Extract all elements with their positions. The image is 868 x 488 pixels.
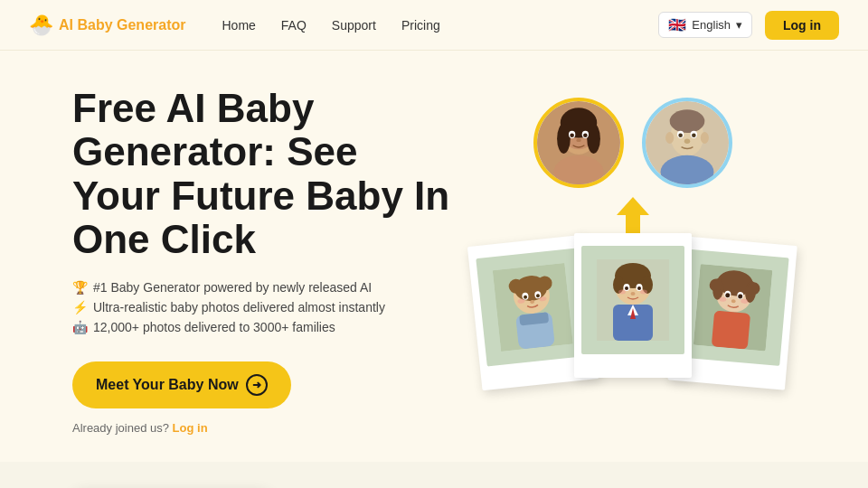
- cta-button[interactable]: Meet Your Baby Now ➜: [72, 361, 291, 408]
- svg-point-46: [637, 286, 641, 290]
- feature-1-text: #1 Baby Generator powered by newly relea…: [93, 280, 372, 295]
- section2: 🐣 AI Baby Generator: [0, 462, 868, 488]
- svg-point-19: [678, 134, 683, 138]
- navbar: 🐣 AI Baby Generator Home FAQ Support Pri…: [0, 0, 868, 51]
- logo-text: AI Baby Generator: [59, 17, 185, 33]
- svg-point-20: [692, 134, 696, 138]
- svg-point-9: [583, 134, 588, 138]
- baby-photo-2: [574, 233, 692, 378]
- svg-point-48: [618, 290, 626, 295]
- login-button[interactable]: Log in: [765, 11, 839, 40]
- svg-point-10: [576, 139, 581, 143]
- nav-right: 🇬🇧 English ▾ Log in: [658, 11, 839, 40]
- nav-links: Home FAQ Support Pricing: [222, 17, 658, 33]
- nav-support[interactable]: Support: [332, 18, 376, 33]
- lightning-icon: ⚡: [72, 300, 88, 314]
- nav-home[interactable]: Home: [222, 18, 255, 33]
- trophy-icon: 🏆: [72, 280, 88, 295]
- mom-photo: [533, 98, 624, 188]
- svg-point-49: [640, 290, 647, 295]
- svg-point-4: [557, 124, 571, 154]
- hero-title: Free AI Baby Generator: See Your Future …: [72, 87, 452, 262]
- lang-label: English: [692, 18, 731, 32]
- feature-2: ⚡ Ultra-realistic baby photos delivered …: [72, 300, 452, 314]
- cta-label: Meet Your Baby Now: [96, 377, 239, 393]
- svg-point-8: [570, 134, 574, 138]
- svg-point-47: [631, 292, 636, 296]
- chevron-down-icon: ▾: [736, 18, 742, 32]
- svg-point-16: [701, 132, 709, 144]
- flag-icon: 🇬🇧: [668, 16, 686, 33]
- nav-pricing[interactable]: Pricing: [401, 18, 440, 33]
- hero-illustration: [452, 98, 814, 423]
- already-joined-text: Already joined us? Log in: [72, 421, 452, 435]
- nav-logo[interactable]: 🐣 AI Baby Generator: [29, 14, 185, 37]
- svg-point-14: [670, 109, 705, 133]
- dad-photo: [642, 98, 732, 188]
- nav-faq[interactable]: FAQ: [281, 18, 307, 33]
- baby-photos: [457, 242, 809, 387]
- hero-features: 🏆 #1 Baby Generator powered by newly rel…: [72, 280, 452, 334]
- feature-3: 🤖 12,000+ photos delivered to 3000+ fami…: [72, 320, 452, 334]
- hero-section: Free AI Baby Generator: See Your Future …: [0, 51, 868, 462]
- baby-image-2: [581, 246, 684, 354]
- parent-photos: [533, 98, 732, 188]
- feature-2-text: Ultra-realistic baby photos delivered al…: [93, 300, 385, 314]
- svg-point-21: [684, 139, 690, 145]
- baby-image-1: [476, 249, 590, 367]
- svg-point-5: [587, 124, 600, 154]
- hero-content: Free AI Baby Generator: See Your Future …: [72, 87, 452, 435]
- login-link[interactable]: Log in: [173, 421, 208, 435]
- svg-point-45: [625, 286, 628, 290]
- language-selector[interactable]: 🇬🇧 English ▾: [658, 12, 752, 38]
- svg-marker-23: [617, 197, 649, 233]
- feature-3-text: 12,000+ photos delivered to 3000+ famili…: [93, 320, 335, 334]
- logo-icon: 🐣: [29, 14, 53, 37]
- svg-rect-67: [712, 311, 750, 350]
- svg-point-15: [665, 132, 674, 144]
- arrow-circle-icon: ➜: [246, 374, 268, 396]
- robot-icon: 🤖: [72, 320, 88, 334]
- feature-1: 🏆 #1 Baby Generator powered by newly rel…: [72, 280, 452, 295]
- baby-image-3: [677, 249, 789, 366]
